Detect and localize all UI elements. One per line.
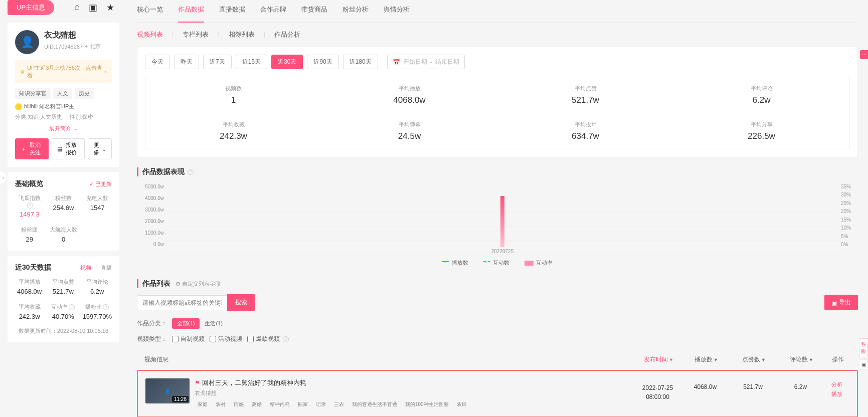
float-kf[interactable]: 客服 (859, 338, 868, 357)
search-input[interactable] (137, 295, 227, 310)
th-op: 操作 (825, 355, 850, 364)
stat-value: 6.2w (82, 288, 112, 295)
top-tab[interactable]: 舆情分析 (384, 5, 410, 17)
top-tab[interactable]: 粉丝分析 (342, 5, 369, 17)
custom-columns-link[interactable]: ⚙自定义列表字段 (176, 280, 221, 288)
subtab-video[interactable]: 视频 (80, 264, 91, 272)
more-button[interactable]: 更多 ⌄ (88, 138, 112, 159)
search-button[interactable]: 搜索 (227, 294, 255, 311)
th-like[interactable]: 点赞数▼ (730, 355, 778, 364)
stat-value: 634.7w (497, 131, 673, 141)
stat-value: 1 (145, 95, 321, 105)
filter-life[interactable]: 生活(1) (205, 320, 222, 327)
location-text: 北京 (90, 43, 101, 50)
stat-value: 242.3w (145, 131, 321, 141)
sub-tab[interactable]: 专栏列表 (183, 30, 209, 39)
stat-label: 互动率? (49, 303, 77, 311)
filter-all[interactable]: 全部(1) (172, 318, 200, 329)
video-title[interactable]: 回村三天，二舅治好了我的精神内耗 (202, 378, 306, 387)
video-tag[interactable]: 我的100种生活图鉴 (402, 400, 452, 409)
legend-interact[interactable]: 互动数 (483, 259, 509, 267)
home-icon[interactable]: ⌂ (74, 2, 80, 13)
video-tag[interactable]: 农民 (454, 400, 470, 409)
time-option[interactable]: 近7天 (203, 55, 232, 69)
top-tab[interactable]: 直播数据 (219, 5, 245, 17)
video-tag[interactable]: 三农 (331, 400, 347, 409)
video-tag[interactable]: 农村 (213, 400, 229, 409)
up-name: 衣戈猜想 (44, 30, 101, 41)
th-info: 视频信息 (144, 355, 635, 364)
crown-icon: ♛ (20, 69, 25, 75)
video-type-label: 视频类型： (137, 335, 167, 343)
stat-value: 242.3w (15, 313, 44, 320)
stat-value: 1497.3 (15, 211, 44, 218)
tag[interactable]: 人文 (53, 88, 72, 99)
sub-tab[interactable]: 相簿列表 (229, 30, 255, 39)
table-row: 👤 11:28 ⚑ 回村三天，二舅治好了我的精神内耗 衣戈猜想 家庭农村情感离婚… (137, 370, 858, 417)
time-option[interactable]: 近30天 (271, 55, 303, 69)
top-tab[interactable]: 核心一览 (137, 5, 163, 17)
video-tag[interactable]: 记录 (313, 400, 329, 409)
sub-tab[interactable]: 作品分析 (274, 30, 300, 39)
star-icon[interactable]: ★ (106, 2, 114, 13)
stat-label: 平均分享 (673, 121, 849, 128)
top-tab[interactable]: 带货商品 (301, 5, 327, 17)
float-feedback[interactable]: ⋮ (860, 50, 868, 59)
help-icon[interactable]: ? (283, 336, 289, 342)
avatar[interactable]: 👤 (15, 30, 39, 54)
flag-icon: ⚑ (195, 379, 200, 386)
stat-label: 平均评论 (673, 85, 849, 92)
top-tab[interactable]: 合作品牌 (260, 5, 286, 17)
stat-value: 24.5w (321, 131, 497, 141)
tag[interactable]: 历史 (75, 88, 94, 99)
video-tag[interactable]: 离婚 (249, 400, 265, 409)
stat-value: 0 (49, 236, 78, 243)
stat-label: 平均评论 (82, 278, 112, 286)
vtype-self[interactable]: 自制视频 (172, 335, 205, 343)
video-tag[interactable]: 精神内耗 (267, 400, 293, 409)
video-tag[interactable]: 我的普通生活不普通 (349, 400, 400, 409)
vtype-event[interactable]: 活动视频 (210, 335, 242, 343)
stat-label: 平均播放 (321, 85, 497, 92)
video-thumbnail[interactable]: 👤 11:28 (145, 378, 190, 403)
stat-value: 254.6w (49, 204, 78, 212)
stat-value: 521.7w (497, 95, 673, 105)
tag[interactable]: 知识分享官 (15, 88, 51, 99)
stat-value: 226.5w (673, 131, 849, 141)
time-option[interactable]: 今天 (145, 55, 170, 69)
time-option[interactable]: 近90天 (307, 55, 338, 69)
legend-rate[interactable]: 互动率 (525, 259, 553, 267)
video-tag[interactable]: 回家 (295, 400, 311, 409)
op-analyze[interactable]: 分析 (824, 381, 849, 388)
time-option[interactable]: 近15天 (236, 55, 267, 69)
subtab-live[interactable]: 直播 (101, 264, 112, 272)
quote-button[interactable]: ▤ 投放报价 (52, 138, 85, 159)
video-tag[interactable]: 家庭 (195, 400, 211, 409)
date-range-picker[interactable]: 📅开始日期-结束日期 (387, 55, 465, 69)
vtype-hot[interactable]: 爆款视频? (247, 335, 289, 343)
cell-comment: 6.2w (777, 378, 824, 390)
export-button[interactable]: ▣导出 (824, 295, 858, 310)
time-option[interactable]: 昨天 (174, 55, 199, 69)
op-play[interactable]: 播放 (824, 390, 849, 398)
top-tab[interactable]: 作品数据 (178, 5, 204, 23)
sub-tab[interactable]: 视频列表 (137, 30, 163, 39)
time-option[interactable]: 近180天 (343, 55, 378, 69)
cell-time: 2022-07-25 08:00:00 (634, 378, 681, 401)
th-comment[interactable]: 评论数▼ (778, 355, 825, 364)
stat-label: 飞瓜指数? (15, 194, 44, 209)
duration-badge: 11:28 (172, 396, 189, 402)
chevron-down-icon: ⌄ (73, 125, 78, 131)
expand-intro-link[interactable]: 展开简介 ⌄ (15, 125, 112, 132)
help-icon[interactable]: ? (188, 169, 194, 175)
tv-icon[interactable]: ▣ (89, 2, 97, 13)
th-play[interactable]: 播放数▼ (682, 355, 730, 364)
sidebar-tab-up-info[interactable]: UP主信息 (8, 0, 54, 15)
video-tag[interactable]: 情感 (231, 400, 247, 409)
stat-label: 播粉比? (82, 303, 112, 311)
rank-banner[interactable]: ♛ UP主近3月上榜786次，点击查看 › (15, 60, 112, 83)
legend-play[interactable]: 播放数 (442, 259, 468, 267)
th-time[interactable]: 发布时间▼ (635, 355, 682, 364)
unfollow-button[interactable]: ＋ 取消关注 (15, 138, 49, 159)
float-qr[interactable]: ▣ (859, 359, 868, 370)
